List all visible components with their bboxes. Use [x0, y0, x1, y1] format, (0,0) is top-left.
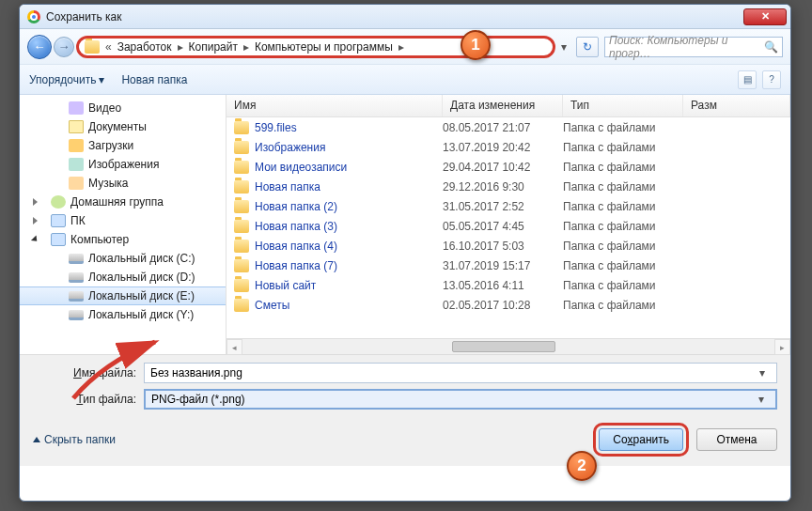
- tree-item-label: Видео: [88, 101, 121, 115]
- col-date[interactable]: Дата изменения: [443, 95, 563, 116]
- file-row[interactable]: Новая папка (7)31.07.2019 15:17Папка с ф…: [226, 256, 790, 275]
- file-type: Папка с файлами: [563, 220, 683, 233]
- col-name[interactable]: Имя: [226, 95, 443, 116]
- file-type: Папка с файлами: [563, 161, 683, 174]
- tree-item-label: Документы: [88, 120, 147, 133]
- tree-item[interactable]: Локальный диск (D:): [20, 268, 226, 286]
- breadcrumb-seg[interactable]: Компьютеры и программы: [251, 40, 397, 54]
- scroll-left-button[interactable]: ◂: [226, 339, 242, 355]
- tree-item-label: Локальный диск (E:): [88, 289, 195, 302]
- back-button[interactable]: ←: [27, 35, 52, 59]
- titlebar: Сохранить как ✕: [20, 5, 790, 29]
- folder-icon: [234, 141, 249, 154]
- organize-menu[interactable]: Упорядочить ▾: [29, 73, 104, 86]
- tree-item[interactable]: Видео: [20, 99, 226, 117]
- drive-icon: [69, 254, 84, 264]
- file-date: 29.12.2016 9:30: [443, 180, 563, 194]
- file-row[interactable]: Сметы02.05.2017 10:28Папка с файлами: [226, 295, 790, 315]
- drive-icon: [69, 310, 84, 320]
- file-type: Папка с файлами: [563, 240, 683, 253]
- file-row[interactable]: Мои видеозаписи29.04.2017 10:42Папка с ф…: [226, 157, 790, 177]
- folder-icon: [234, 299, 249, 312]
- tree-item[interactable]: Локальный диск (C:): [20, 249, 226, 268]
- tree-item-label: Компьютер: [70, 233, 129, 246]
- view-options-button[interactable]: ▤: [738, 70, 757, 89]
- breadcrumb-dropdown[interactable]: ▾: [557, 40, 570, 54]
- file-type: Папка с файлами: [563, 141, 683, 154]
- search-input[interactable]: Поиск: Компьютеры и прогр… 🔍: [604, 37, 783, 57]
- file-type: Папка с файлами: [563, 299, 683, 312]
- doc-icon: [69, 120, 84, 133]
- folder-tree[interactable]: ВидеоДокументыЗагрузкиИзображенияМузыкаД…: [20, 95, 226, 354]
- file-row[interactable]: Новый сайт13.05.2016 4:11Папка с файлами: [226, 275, 790, 295]
- tree-item[interactable]: Документы: [20, 117, 226, 136]
- new-folder-button[interactable]: Новая папка: [121, 73, 187, 86]
- scrollbar-thumb[interactable]: [452, 341, 555, 352]
- tree-item-label: Домашняя группа: [70, 195, 164, 209]
- file-row[interactable]: Новая папка (2)31.05.2017 2:52Папка с фа…: [226, 196, 790, 216]
- file-name: Новая папка (3): [255, 220, 337, 233]
- tree-item[interactable]: Локальный диск (E:): [20, 286, 226, 305]
- file-date: 02.05.2017 10:28: [443, 299, 563, 312]
- tree-item[interactable]: Компьютер: [20, 230, 226, 249]
- tree-item[interactable]: Изображения: [20, 155, 226, 174]
- cancel-button[interactable]: Отмена: [696, 428, 777, 451]
- chrome-icon: [27, 10, 40, 23]
- callout-2: 2: [567, 451, 597, 481]
- col-type[interactable]: Тип: [563, 95, 683, 116]
- help-button[interactable]: ?: [762, 70, 781, 89]
- dl-icon: [69, 139, 84, 152]
- home-icon: [51, 195, 66, 209]
- save-as-dialog: Сохранить как ✕ ← → « Заработок ▸ Копира…: [19, 4, 791, 502]
- tree-item[interactable]: Загрузки: [20, 136, 226, 155]
- horizontal-scrollbar[interactable]: ◂ ▸: [226, 338, 790, 354]
- file-date: 13.05.2016 4:11: [443, 279, 563, 292]
- tree-item[interactable]: Домашняя группа: [20, 193, 226, 211]
- search-icon: 🔍: [764, 40, 778, 54]
- file-row[interactable]: Новая папка (4)16.10.2017 5:03Папка с фа…: [226, 236, 790, 256]
- tree-item-label: Локальный диск (Y:): [88, 308, 194, 321]
- chevron-right-icon: ▸: [176, 40, 185, 54]
- file-date: 05.05.2017 4:45: [443, 220, 563, 233]
- file-row[interactable]: Новая папка29.12.2016 9:30Папка с файлам…: [226, 177, 790, 196]
- save-button-highlight: Сохранить: [593, 423, 689, 457]
- save-button[interactable]: Сохранить: [599, 428, 683, 451]
- refresh-button[interactable]: ↻: [576, 37, 599, 57]
- file-row[interactable]: Изображения13.07.2019 20:42Папка с файла…: [226, 137, 790, 157]
- hide-folders-toggle[interactable]: Скрыть папки: [33, 433, 116, 446]
- filetype-select[interactable]: PNG-файл (*.png)▾: [144, 389, 777, 410]
- filename-input[interactable]: Без названия.png▾: [144, 363, 777, 383]
- tree-item[interactable]: Локальный диск (Y:): [20, 305, 226, 324]
- file-name: Новая папка (7): [255, 259, 337, 272]
- file-rows: 599.files08.05.2017 21:07Папка с файлами…: [226, 117, 790, 338]
- file-type: Папка с файлами: [563, 259, 683, 272]
- col-size[interactable]: Разм: [683, 95, 790, 116]
- chevron-right-icon: ▸: [397, 40, 406, 54]
- file-type: Папка с файлами: [563, 180, 683, 194]
- breadcrumb-seg[interactable]: Копирайт: [185, 40, 242, 54]
- tree-item[interactable]: Музыка: [20, 174, 226, 193]
- search-placeholder: Поиск: Компьютеры и прогр…: [609, 34, 764, 60]
- file-name: Мои видеозаписи: [255, 161, 347, 174]
- breadcrumb-seg[interactable]: Заработок: [114, 40, 176, 54]
- folder-icon: [85, 40, 100, 54]
- tree-item-label: Локальный диск (D:): [88, 271, 195, 284]
- bottom-panel: Имя файла: Без названия.png▾ Тип файла: …: [20, 354, 790, 466]
- file-row[interactable]: 599.files08.05.2017 21:07Папка с файлами: [226, 117, 790, 137]
- folder-icon: [234, 259, 249, 272]
- scroll-right-button[interactable]: ▸: [774, 339, 790, 355]
- file-row[interactable]: Новая папка (3)05.05.2017 4:45Папка с фа…: [226, 216, 790, 236]
- close-button[interactable]: ✕: [743, 8, 787, 25]
- column-headers[interactable]: Имя Дата изменения Тип Разм: [226, 95, 790, 117]
- file-name: Изображения: [255, 141, 325, 154]
- breadcrumb-prefix: «: [103, 40, 114, 54]
- filename-label: Имя файла:: [33, 366, 136, 379]
- tree-item-label: Изображения: [88, 158, 159, 171]
- tree-item[interactable]: ПК: [20, 211, 226, 230]
- tree-item-label: Музыка: [88, 177, 128, 190]
- drive-icon: [69, 272, 84, 283]
- forward-button[interactable]: →: [54, 37, 74, 57]
- tree-item-label: Загрузки: [88, 139, 133, 152]
- folder-icon: [234, 180, 249, 194]
- file-type: Папка с файлами: [563, 200, 683, 213]
